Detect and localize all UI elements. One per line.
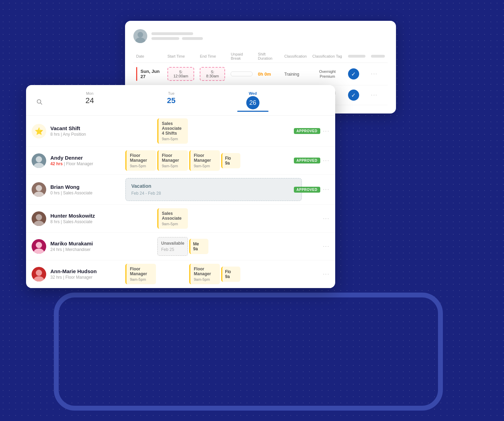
col-break: Unpaid Break — [228, 50, 255, 63]
star-icon: ⭐ — [32, 124, 46, 138]
shift-card-sales: Sales Associate 4 Shifts 9am-5pm — [157, 118, 188, 144]
brian-vacation-area: Vacation Feb 24 - Feb 28 — [123, 175, 304, 204]
shift-card: Floor Manager 9am-5pm — [157, 150, 188, 171]
more-cell[interactable]: ··· — [368, 63, 388, 85]
cell-mon: Floor Manager 9am-5pm — [125, 264, 156, 284]
cell-wed: Floor Manager 9am-5pm — [189, 150, 220, 171]
vacation-block: Vacation Feb 24 - Feb 28 — [125, 178, 302, 201]
svg-point-8 — [36, 214, 42, 220]
svg-point-1 — [135, 37, 145, 43]
check-icon: ✓ — [348, 90, 359, 101]
end-time-cell: S: 8:30am — [197, 63, 228, 85]
col-tag: Classification Tag — [309, 50, 345, 63]
more-options-button[interactable]: ··· — [323, 128, 330, 134]
day-col-tue: Tue 25 — [156, 91, 187, 112]
shift-card: Floor Manager 9am-5pm — [189, 264, 220, 284]
svg-line-3 — [40, 103, 42, 104]
svg-point-10 — [36, 242, 42, 248]
annmarie-cells: Floor Manager 9am-5pm Floor Manager 9am-… — [123, 260, 304, 288]
brian-row: Brian Wong 0 hrs | Sales Associate Vacat… — [26, 175, 335, 205]
mariko-avatar — [32, 239, 46, 254]
more-options-button[interactable]: ··· — [323, 243, 330, 250]
more-options-button[interactable]: ··· — [323, 216, 330, 222]
approved-badge: APPROVED — [294, 187, 320, 193]
annmarie-avatar — [32, 267, 46, 281]
svg-point-6 — [36, 185, 42, 191]
mariko-info: Mariko Murakami 24 hrs | Merchandiser — [26, 233, 123, 260]
col-class: Classification — [281, 50, 309, 63]
day-col-wed: Wed 26 — [237, 91, 268, 112]
col-action2 — [368, 50, 388, 63]
hunter-row: Hunter Moskowitz 8 hrs | Sales Associate… — [26, 205, 335, 233]
date-cell: Sun, Jun 27 — [133, 63, 165, 85]
svg-point-5 — [34, 163, 44, 168]
approved-badge: APPROVED — [294, 158, 320, 163]
vacant-shift-info: ⭐ Vacant Shift 8 hrs | Any Position — [26, 116, 123, 146]
header-text-lines — [151, 32, 203, 40]
decorative-arc — [54, 293, 443, 411]
check-cell: ✓ — [345, 85, 368, 105]
svg-point-13 — [34, 276, 44, 281]
duration-cell: 0h 0m — [255, 63, 282, 85]
more-options-button[interactable]: ··· — [371, 71, 378, 77]
more-cell[interactable]: ··· — [368, 85, 388, 105]
col-duration: Shift Duration — [255, 50, 282, 63]
vacant-cells: Sales Associate 4 Shifts 9am-5pm — [123, 116, 304, 146]
annmarie-row-actions: ··· — [304, 260, 335, 288]
cell-partial: Flo 9a — [221, 267, 239, 282]
brian-info: Brian Wong 0 hrs | Sales Associate — [26, 175, 123, 204]
vacant-row-actions: APPROVED ··· — [304, 116, 335, 146]
day-col-mon: Mon 24 — [74, 91, 105, 112]
shift-card: Floor Manager 9am-5pm — [189, 150, 220, 171]
classification-cell: Training — [281, 63, 309, 85]
mariko-row: Mariko Murakami 24 hrs | Merchandiser Un… — [26, 233, 335, 260]
cell-mon: Floor Manager 9am-5pm — [125, 150, 156, 171]
info-line-1 — [151, 37, 179, 40]
day-columns: Mon 24 Tue 25 Wed 26 — [46, 91, 297, 112]
user-avatar — [133, 29, 147, 43]
search-icon[interactable] — [33, 95, 46, 108]
shift-card: Sales Associate 9am-5pm — [157, 208, 188, 229]
col-action1 — [345, 50, 368, 63]
cell-partial: Me 9a — [189, 239, 207, 254]
brian-avatar — [32, 182, 46, 197]
col-date: Date — [133, 50, 165, 63]
timesheet-header — [133, 29, 388, 43]
partial-shift-card: Flo 9a — [221, 153, 240, 168]
cell-tue: Sales Associate 4 Shifts 9am-5pm — [157, 118, 188, 144]
more-options-button[interactable]: ··· — [323, 186, 330, 193]
more-options-button[interactable]: ··· — [323, 158, 330, 164]
more-options-button[interactable]: ··· — [323, 271, 330, 277]
svg-point-12 — [36, 270, 42, 276]
hunter-row-actions: ··· — [304, 205, 335, 232]
annmarie-info: Ann-Marie Hudson 32 hrs | Floor Manager — [26, 260, 123, 288]
break-cell — [228, 63, 255, 85]
partial-shift-card: Flo 9a — [221, 267, 240, 282]
check-cell: ✓ — [345, 63, 368, 85]
annmarie-row: Ann-Marie Hudson 32 hrs | Floor Manager … — [26, 260, 335, 288]
svg-point-0 — [138, 32, 143, 37]
andy-row-actions: APPROVED ··· — [304, 147, 335, 174]
shift-card: Floor Manager 9am-5pm — [125, 150, 156, 171]
partial-shift-card: Me 9a — [189, 239, 208, 254]
cell-wed: Floor Manager 9am-5pm — [189, 264, 220, 284]
mariko-row-actions: ··· — [304, 233, 335, 260]
col-start: Start Time — [165, 50, 197, 63]
cell-tue: Sales Associate 9am-5pm — [157, 208, 188, 229]
hunter-avatar — [32, 211, 46, 226]
cell-partial: Flo 9a — [221, 153, 239, 168]
svg-point-9 — [34, 221, 44, 226]
mariko-cells: Unavailable Feb 25 Me 9a — [123, 233, 304, 260]
shift-card: Floor Manager 9am-5pm — [125, 264, 156, 284]
hunter-cells: Sales Associate 9am-5pm — [123, 205, 304, 232]
approved-badge: APPROVED — [294, 128, 320, 134]
cell-tue: Floor Manager 9am-5pm — [157, 150, 188, 171]
tag-cell: Overnight Premium — [309, 63, 345, 85]
check-icon: ✓ — [348, 68, 359, 79]
andy-avatar — [32, 153, 46, 168]
andy-row: Andy Denner 42 hrs | Floor Manager Floor… — [26, 147, 335, 175]
more-options-button[interactable]: ··· — [371, 92, 378, 98]
vacant-shift-row: ⭐ Vacant Shift 8 hrs | Any Position Sale… — [26, 116, 335, 147]
unavailable-block: Unavailable Feb 25 — [157, 237, 188, 256]
svg-point-7 — [34, 192, 44, 197]
